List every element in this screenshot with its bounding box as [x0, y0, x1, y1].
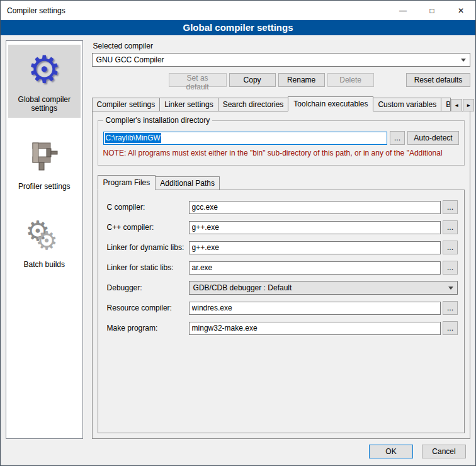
c-compiler-input[interactable]: [189, 201, 441, 214]
tab-custom-variables[interactable]: Custom variables: [373, 98, 441, 111]
resource-compiler-row: Resource compiler: ...: [107, 301, 458, 315]
sidebar-item-label: Global compiler settings: [10, 95, 79, 113]
blue-gear-icon: ⚙: [24, 50, 64, 90]
gray-gears-icon: ⚙ ⚙: [24, 215, 64, 255]
cpp-compiler-browse-button[interactable]: ...: [443, 220, 458, 234]
chevron-down-icon: [461, 59, 466, 62]
tab-scroll-right-icon[interactable]: ►: [463, 99, 474, 111]
debugger-dropdown[interactable]: GDB/CDB debugger : Default: [189, 281, 458, 295]
installation-directory-value: C:\raylib\MinGW: [105, 133, 161, 143]
static-linker-input[interactable]: [189, 261, 441, 275]
debugger-label: Debugger:: [107, 283, 189, 292]
cpp-compiler-input[interactable]: [189, 221, 441, 234]
dialog-content: ⚙ Global compiler settings Profiler sett…: [1, 35, 475, 441]
dialog-footer: OK Cancel: [1, 441, 475, 465]
resource-compiler-browse-button[interactable]: ...: [443, 301, 458, 315]
sidebar-item-global-compiler-settings[interactable]: ⚙ Global compiler settings: [8, 45, 81, 118]
cancel-button[interactable]: Cancel: [422, 445, 466, 458]
make-program-input[interactable]: [189, 322, 441, 335]
compiler-settings-dialog: Compiler settings — □ ✕ Global compiler …: [0, 0, 476, 466]
copy-button[interactable]: Copy: [229, 73, 276, 87]
debugger-value: GDB/CDB debugger : Default: [193, 283, 445, 292]
window-controls: — □ ✕: [388, 1, 475, 20]
settings-tabs: Compiler settings Linker settings Search…: [92, 96, 470, 111]
selected-compiler-value: GNU GCC Compiler: [96, 55, 457, 64]
minimize-button[interactable]: —: [388, 1, 417, 20]
static-linker-label: Linker for static libs:: [107, 263, 189, 272]
sidebar: ⚙ Global compiler settings Profiler sett…: [6, 40, 83, 439]
sidebar-item-batch-builds[interactable]: ⚙ ⚙ Batch builds: [8, 210, 81, 274]
installation-directory-label: Compiler's installation directory: [103, 116, 213, 125]
reset-defaults-button[interactable]: Reset defaults: [406, 73, 470, 87]
subtab-additional-paths[interactable]: Additional Paths: [155, 176, 220, 190]
set-as-default-button[interactable]: Set as default: [169, 73, 227, 87]
subtab-program-files[interactable]: Program Files: [98, 175, 156, 190]
main-panel: Selected compiler GNU GCC Compiler Set a…: [89, 40, 470, 439]
page-title: Global compiler settings: [1, 20, 475, 35]
sidebar-item-profiler-settings[interactable]: Profiler settings: [8, 132, 81, 196]
tab-scroll-left-icon[interactable]: ◄: [451, 99, 462, 111]
c-compiler-row: C compiler: ...: [107, 200, 458, 214]
compiler-actions: Set as default Copy Rename Delete Reset …: [92, 73, 470, 87]
tab-compiler-settings[interactable]: Compiler settings: [92, 98, 161, 111]
tab-linker-settings[interactable]: Linker settings: [159, 98, 218, 111]
make-program-row: Make program: ...: [107, 321, 458, 335]
bin-subdirectory-note: NOTE: All programs must exist either in …: [103, 149, 459, 157]
resource-compiler-label: Resource compiler:: [107, 304, 189, 312]
chevron-down-icon: [448, 287, 453, 290]
auto-detect-button[interactable]: Auto-detect: [407, 131, 459, 145]
browse-directory-button[interactable]: ...: [390, 131, 405, 145]
c-compiler-browse-button[interactable]: ...: [443, 200, 458, 214]
tab-search-directories[interactable]: Search directories: [218, 98, 289, 111]
tab-toolchain-executables[interactable]: Toolchain executables: [288, 96, 373, 111]
rename-button[interactable]: Rename: [278, 73, 325, 87]
tab-scrollers: ◄ ►: [451, 99, 474, 111]
installation-directory-input[interactable]: C:\raylib\MinGW: [103, 132, 387, 145]
dynamic-linker-input[interactable]: [189, 241, 441, 254]
static-linker-browse-button[interactable]: ...: [443, 261, 458, 275]
tab-build-options[interactable]: Build options: [441, 98, 451, 111]
make-program-browse-button[interactable]: ...: [443, 321, 458, 335]
sidebar-item-label: Batch builds: [24, 260, 65, 269]
cpp-compiler-label: C++ compiler:: [107, 223, 189, 232]
maximize-button[interactable]: □: [417, 1, 446, 20]
program-files-panel: C compiler: ... C++ compiler: ... Linker…: [98, 190, 465, 433]
resource-compiler-input[interactable]: [189, 302, 441, 315]
close-button[interactable]: ✕: [446, 1, 475, 20]
make-program-label: Make program:: [107, 324, 189, 332]
static-linker-row: Linker for static libs: ...: [107, 261, 458, 275]
sidebar-item-label: Profiler settings: [18, 182, 71, 191]
ok-button[interactable]: OK: [369, 445, 413, 458]
installation-directory-row: C:\raylib\MinGW ... Auto-detect: [103, 131, 459, 145]
dynamic-linker-browse-button[interactable]: ...: [443, 241, 458, 254]
debugger-row: Debugger: GDB/CDB debugger : Default: [107, 281, 458, 295]
selected-compiler-dropdown[interactable]: GNU GCC Compiler: [92, 53, 470, 67]
toolchain-subtabs: Program Files Additional Paths: [98, 174, 465, 190]
selected-compiler-label: Selected compiler: [93, 42, 470, 50]
dynamic-linker-row: Linker for dynamic libs: ...: [107, 241, 458, 254]
delete-button[interactable]: Delete: [327, 73, 374, 87]
toolchain-executables-panel: Compiler's installation directory C:\ray…: [92, 111, 470, 439]
installation-directory-group: Compiler's installation directory C:\ray…: [98, 120, 465, 166]
cpp-compiler-row: C++ compiler: ...: [107, 220, 458, 234]
dynamic-linker-label: Linker for dynamic libs:: [107, 243, 189, 252]
window-title: Compiler settings: [1, 6, 65, 15]
profiler-clamp-icon: [24, 137, 64, 177]
c-compiler-label: C compiler:: [107, 203, 189, 212]
titlebar: Compiler settings — □ ✕: [1, 1, 475, 20]
